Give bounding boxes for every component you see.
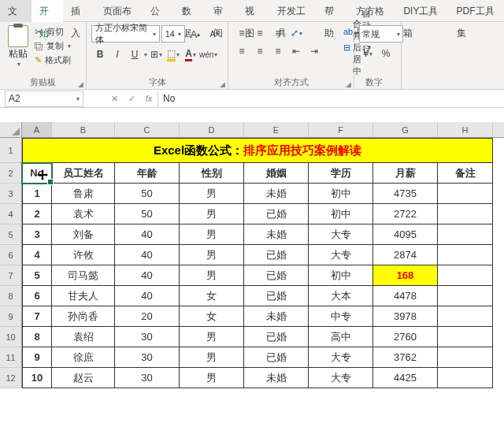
font-size-dropdown[interactable]: 14▾: [161, 25, 185, 43]
cell[interactable]: 7: [22, 306, 52, 327]
cell[interactable]: 40: [115, 265, 180, 286]
tab-开始[interactable]: 开始: [32, 0, 63, 22]
cell[interactable]: 大专: [309, 347, 373, 368]
row-header-11[interactable]: 11: [0, 347, 22, 368]
row-header-12[interactable]: 12: [0, 368, 22, 388]
cell[interactable]: 男: [180, 245, 244, 265]
header-cell[interactable]: 婚姻: [244, 163, 309, 184]
currency-button[interactable]: ¥▾: [359, 45, 376, 62]
title-cell[interactable]: Excel函数公式：排序应用技巧案例解读: [22, 138, 493, 163]
tab-数据[interactable]: 数据: [174, 0, 206, 22]
cell[interactable]: 男: [180, 368, 244, 388]
cell[interactable]: 已婚: [244, 286, 309, 306]
copy-button[interactable]: ⿻复制▾: [35, 40, 71, 52]
col-header-F[interactable]: F: [309, 122, 373, 137]
cell[interactable]: 初中: [309, 265, 373, 286]
cell[interactable]: 鲁肃: [52, 184, 115, 204]
cell[interactable]: 4735: [373, 184, 438, 204]
header-cell[interactable]: 年龄: [115, 163, 180, 184]
italic-button[interactable]: I: [109, 46, 126, 63]
font-color-button[interactable]: A▾: [182, 46, 199, 63]
cell[interactable]: 袁绍: [52, 327, 115, 347]
cell[interactable]: [438, 204, 493, 224]
header-cell[interactable]: 员工姓名: [52, 163, 115, 184]
cell[interactable]: 8: [22, 327, 52, 347]
cell[interactable]: 男: [180, 347, 244, 368]
cell[interactable]: 许攸: [52, 245, 115, 265]
tab-帮助[interactable]: 帮助: [317, 0, 348, 22]
cell[interactable]: 30: [115, 347, 180, 368]
cell[interactable]: [438, 286, 493, 306]
align-right-button[interactable]: ≡: [269, 43, 287, 59]
fill-color-button[interactable]: ⬚▾: [165, 46, 182, 63]
align-middle-button[interactable]: ≡: [251, 25, 269, 41]
cell[interactable]: 未婚: [244, 184, 309, 204]
col-header-B[interactable]: B: [52, 122, 115, 137]
row-header-5[interactable]: 5: [0, 224, 22, 245]
fx-button[interactable]: fx: [140, 91, 158, 107]
cell[interactable]: 3978: [373, 306, 438, 327]
col-header-A[interactable]: A: [22, 122, 52, 137]
tab-PDF工具集[interactable]: PDF工具集: [449, 0, 504, 22]
cell[interactable]: 9: [22, 347, 52, 368]
cell[interactable]: 男: [180, 184, 244, 204]
header-cell[interactable]: 学历: [309, 163, 373, 184]
format-painter-button[interactable]: ✎格式刷: [35, 54, 71, 66]
cell[interactable]: 2874: [373, 245, 438, 265]
tab-文件[interactable]: 文件: [0, 0, 32, 22]
cell[interactable]: 女: [180, 286, 244, 306]
dialog-launcher-icon[interactable]: ◢: [78, 80, 83, 88]
cell[interactable]: 甘夫人: [52, 286, 115, 306]
dialog-launcher-icon[interactable]: ◢: [346, 80, 351, 88]
header-cell[interactable]: 月薪: [373, 163, 438, 184]
col-header-D[interactable]: D: [180, 122, 244, 137]
dialog-launcher-icon[interactable]: ◢: [220, 80, 225, 88]
cell[interactable]: [438, 224, 493, 245]
cell[interactable]: 高中: [309, 327, 373, 347]
cell[interactable]: 袁术: [52, 204, 115, 224]
tab-公式[interactable]: 公式: [143, 0, 174, 22]
underline-button[interactable]: U: [126, 46, 143, 63]
align-top-button[interactable]: ≡: [233, 25, 250, 41]
tab-页面布局[interactable]: 页面布局: [95, 0, 143, 22]
cell[interactable]: 3: [22, 224, 52, 245]
cut-button[interactable]: ✂剪切: [35, 26, 71, 38]
cell[interactable]: 50: [115, 204, 180, 224]
row-header-9[interactable]: 9: [0, 306, 22, 327]
tab-开发工具[interactable]: 开发工具: [269, 0, 317, 22]
tab-视图[interactable]: 视图: [237, 0, 269, 22]
cell[interactable]: 司马懿: [52, 265, 115, 286]
orientation-button[interactable]: ⤢▾: [287, 25, 305, 41]
border-button[interactable]: ⊞▾: [147, 46, 165, 63]
cell[interactable]: 中专: [309, 306, 373, 327]
cell[interactable]: 已婚: [244, 327, 309, 347]
tab-审阅[interactable]: 审阅: [206, 0, 237, 22]
row-header-10[interactable]: 10: [0, 327, 22, 347]
cell[interactable]: [438, 245, 493, 265]
row-header-7[interactable]: 7: [0, 265, 22, 286]
align-bottom-button[interactable]: ≡: [269, 25, 287, 41]
cell[interactable]: 女: [180, 306, 244, 327]
tab-DIY工具箱[interactable]: DIY工具箱: [395, 0, 448, 22]
cell[interactable]: [438, 184, 493, 204]
cell[interactable]: 已婚: [244, 347, 309, 368]
cell[interactable]: 男: [180, 265, 244, 286]
col-header-H[interactable]: H: [438, 122, 493, 137]
cell[interactable]: 刘备: [52, 224, 115, 245]
cell[interactable]: 30: [115, 327, 180, 347]
cell[interactable]: [438, 347, 493, 368]
phonetic-button[interactable]: wén▾: [199, 46, 217, 63]
bold-button[interactable]: B: [91, 46, 109, 63]
indent-right-button[interactable]: ⇥: [306, 43, 323, 59]
col-header-C[interactable]: C: [115, 122, 180, 137]
cell[interactable]: 大专: [309, 368, 373, 388]
cell[interactable]: 20: [115, 306, 180, 327]
cell[interactable]: [438, 327, 493, 347]
header-cell[interactable]: 性别: [180, 163, 244, 184]
row-header-8[interactable]: 8: [0, 286, 22, 306]
align-center-button[interactable]: ≡: [251, 43, 269, 59]
paste-button[interactable]: 粘贴 ▾: [5, 24, 32, 68]
increase-font-button[interactable]: A▴: [187, 25, 204, 43]
indent-left-button[interactable]: ⇤: [287, 43, 305, 59]
tab-插入[interactable]: 插入: [63, 0, 94, 22]
